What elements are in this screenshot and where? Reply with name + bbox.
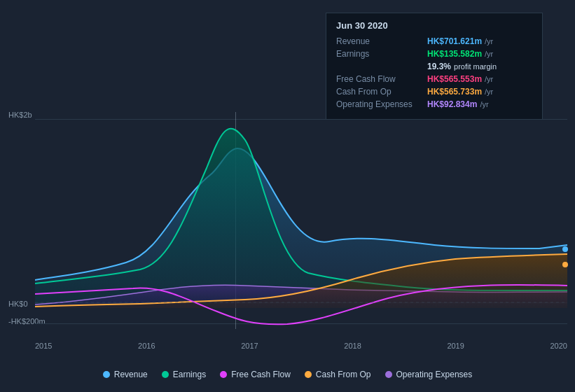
tooltip-earnings-label: Earnings (336, 49, 427, 59)
tooltip-cashfromop-label: Cash From Op (336, 87, 427, 97)
tooltip-revenue: Revenue HK$701.621m /yr (336, 36, 532, 46)
tooltip-earnings-value: HK$135.582m (427, 49, 482, 59)
legend-dot-cashfromop (305, 371, 312, 378)
tooltip-opex-value: HK$92.834m (427, 99, 477, 109)
tooltip-margin-value: 19.3% (427, 62, 451, 71)
chart-svg (35, 112, 567, 329)
tooltip-fcf-value: HK$565.553m (427, 74, 482, 84)
x-axis: 2015 2016 2017 2018 2019 2020 (35, 342, 567, 350)
legend-label-cashfromop: Cash From Op (316, 370, 371, 379)
tooltip-revenue-label: Revenue (336, 36, 427, 46)
legend-label-earnings: Earnings (173, 370, 206, 379)
tooltip-earnings-unit: /yr (485, 50, 493, 58)
legend-label-fcf: Free Cash Flow (231, 370, 291, 379)
tooltip-revenue-unit: /yr (485, 37, 493, 46)
legend-earnings[interactable]: Earnings (162, 370, 206, 379)
x-label-2019: 2019 (447, 342, 464, 350)
x-label-2018: 2018 (344, 342, 361, 350)
legend-fcf[interactable]: Free Cash Flow (220, 370, 291, 379)
legend: Revenue Earnings Free Cash Flow Cash Fro… (0, 370, 575, 379)
tooltip-opex-label: Operating Expenses (336, 99, 427, 109)
legend-dot-revenue (103, 371, 110, 378)
tooltip-cashfromop-value: HK$565.733m (427, 87, 482, 97)
legend-cashfromop[interactable]: Cash From Op (305, 370, 371, 379)
legend-revenue[interactable]: Revenue (103, 370, 148, 379)
tooltip-fcf-label: Free Cash Flow (336, 74, 427, 84)
tooltip-margin: 19.3% profit margin (336, 62, 532, 71)
x-label-2015: 2015 (35, 342, 52, 350)
legend-dot-opex (385, 371, 392, 378)
legend-label-revenue: Revenue (114, 370, 148, 379)
tooltip-fcf: Free Cash Flow HK$565.553m /yr (336, 74, 532, 84)
y-label-top: HK$2b (8, 111, 32, 119)
tooltip-revenue-value: HK$701.621m (427, 36, 482, 46)
x-label-2020: 2020 (550, 342, 567, 350)
tooltip-fcf-unit: /yr (485, 75, 493, 83)
chart-container: HK$2b HK$0 -HK$200m (0, 0, 575, 392)
cashfromop-dot-right (562, 262, 568, 267)
tooltip: Jun 30 2020 Revenue HK$701.621m /yr Earn… (326, 13, 543, 120)
legend-label-opex: Operating Expenses (396, 370, 473, 379)
legend-dot-fcf (220, 371, 227, 378)
tooltip-opex-unit: /yr (480, 100, 488, 108)
x-label-2017: 2017 (241, 342, 258, 350)
tooltip-opex: Operating Expenses HK$92.834m /yr (336, 99, 532, 109)
legend-dot-earnings (162, 371, 169, 378)
x-label-2016: 2016 (138, 342, 155, 350)
tooltip-cashfromop: Cash From Op HK$565.733m /yr (336, 87, 532, 97)
tooltip-date: Jun 30 2020 (336, 20, 532, 31)
tooltip-margin-label: profit margin (454, 62, 497, 71)
legend-opex[interactable]: Operating Expenses (385, 370, 473, 379)
tooltip-earnings: Earnings HK$135.582m /yr (336, 49, 532, 59)
revenue-dot-right (562, 246, 568, 252)
y-label-mid: HK$0 (8, 300, 28, 308)
tooltip-cashfromop-unit: /yr (485, 88, 493, 96)
